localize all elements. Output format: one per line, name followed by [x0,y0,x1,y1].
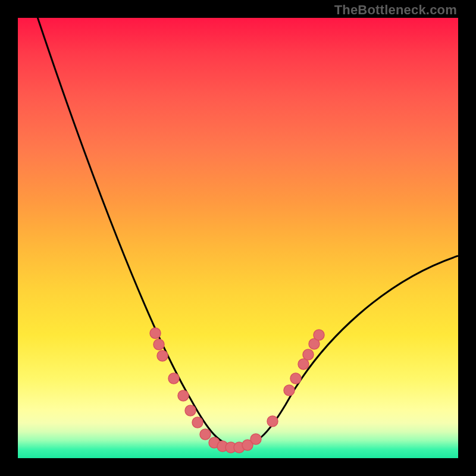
data-marker [185,405,196,416]
data-marker [200,429,211,440]
data-marker [192,417,203,428]
chart-frame: TheBottleneck.com [0,0,476,476]
marker-group [150,328,324,453]
data-marker [168,373,179,384]
watermark-text: TheBottleneck.com [334,2,457,18]
data-marker [303,349,314,360]
data-marker [157,350,168,361]
data-marker [314,330,324,340]
data-marker [284,385,295,396]
data-marker [150,328,161,339]
data-marker [178,390,189,401]
chart-svg [18,18,458,458]
data-marker [154,339,164,350]
data-marker [250,434,261,444]
data-marker [290,373,301,384]
data-marker [267,416,278,427]
plot-area [18,18,458,458]
bottleneck-curve [36,18,458,446]
data-marker [298,359,309,369]
